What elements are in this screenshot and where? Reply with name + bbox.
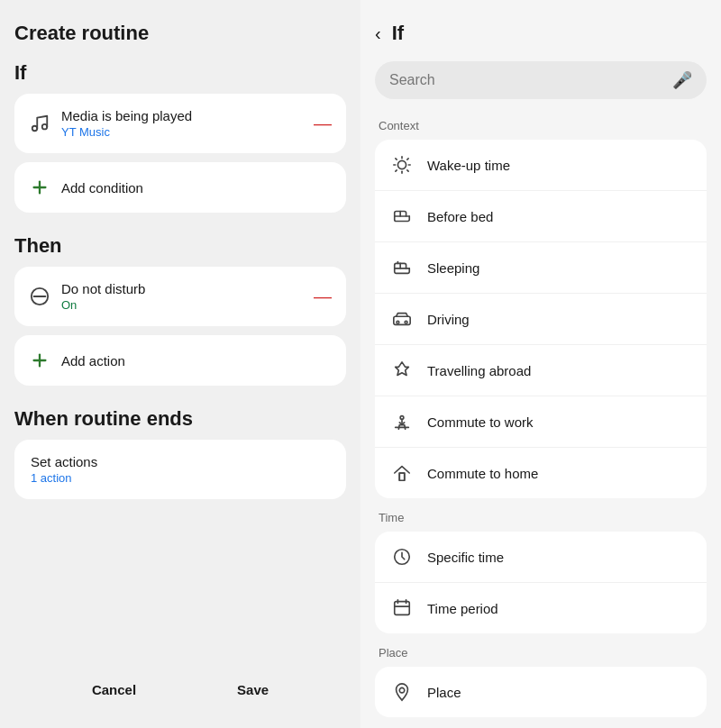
list-item[interactable]: Time period [375,583,707,633]
add-condition-icon [29,177,50,198]
list-item[interactable]: Place [375,667,707,717]
remove-action-button[interactable]: — [314,287,332,305]
commute-work-icon [389,409,415,434]
time-list: Specific time Time period [375,532,707,633]
set-actions-card[interactable]: Set actions 1 action [14,440,346,499]
right-header: ‹ If [360,0,721,54]
search-input[interactable] [389,72,665,88]
commute-home-icon [389,460,415,486]
when-section-title: When routine ends [14,407,346,431]
set-actions-title: Set actions [31,454,330,469]
add-action-label: Add action [61,353,125,369]
bottom-bar: Cancel Save [14,657,346,714]
specific-time-label: Specific time [427,550,504,565]
condition-card[interactable]: Media is being played YT Music — [14,94,346,153]
remove-condition-button[interactable]: — [314,114,332,132]
right-panel: ‹ If 🎤 Context [360,0,721,728]
sleeping-icon [389,255,415,280]
back-button[interactable]: ‹ [375,23,381,44]
search-bar[interactable]: 🎤 [375,61,707,99]
page-title: Create routine [14,22,346,45]
driving-icon [389,306,415,332]
add-action-icon [29,350,50,371]
set-actions-subtitle: 1 action [31,471,330,485]
commute-work-label: Commute to work [427,414,534,430]
condition-title: Media is being played [61,108,303,123]
list-item[interactable]: Commute to home [375,448,707,498]
sleeping-label: Sleeping [427,260,479,276]
place-label: Place [375,646,707,660]
wakeup-icon [389,152,415,177]
dnd-icon [29,286,50,307]
context-label: Context [375,119,707,132]
wakeup-label: Wake-up time [427,158,510,173]
time-period-icon [389,596,415,621]
travelling-label: Travelling abroad [427,363,531,378]
if-section-title: If [14,61,346,85]
add-action-button[interactable]: Add action [14,335,346,386]
travelling-icon [389,358,415,383]
place-list: Place [375,667,707,717]
svg-point-1 [42,124,48,130]
action-card[interactable]: Do not disturb On — [14,267,346,326]
driving-label: Driving [427,312,470,327]
place-icon [389,679,415,705]
mic-icon[interactable]: 🎤 [672,70,692,90]
list-item[interactable]: Sleeping [375,242,707,294]
svg-point-18 [397,321,399,323]
svg-line-14 [407,170,408,171]
before-bed-icon [389,204,415,229]
specific-time-icon [389,544,415,569]
add-condition-button[interactable]: Add condition [14,162,346,213]
svg-point-0 [32,126,38,132]
list-item[interactable]: Commute to work [375,396,707,448]
time-period-label: Time period [427,601,498,616]
svg-point-19 [405,321,407,323]
time-label: Time [375,511,707,524]
condition-content: Media is being played YT Music [61,108,303,139]
svg-point-27 [399,687,405,693]
right-title: If [392,22,404,45]
list-item[interactable]: Wake-up time [375,140,707,191]
svg-rect-21 [399,473,405,480]
list-item[interactable]: Specific time [375,532,707,583]
condition-subtitle: YT Music [61,125,303,139]
list-item[interactable]: Travelling abroad [375,345,707,396]
context-list: Wake-up time Before bed [375,140,707,498]
place-label-item: Place [427,685,461,700]
svg-line-15 [396,170,397,171]
cancel-button[interactable]: Cancel [78,675,151,705]
add-condition-label: Add condition [61,180,143,196]
svg-rect-17 [394,316,410,324]
save-button[interactable]: Save [223,675,283,705]
svg-line-13 [396,159,397,159]
left-panel: Create routine If Media is being played … [0,0,360,728]
action-content: Do not disturb On [61,281,303,312]
svg-point-8 [397,160,406,168]
action-subtitle: On [61,298,303,312]
then-section-title: Then [14,234,346,258]
list-item[interactable]: Driving [375,294,707,345]
before-bed-label: Before bed [427,209,493,224]
music-icon [29,113,50,134]
commute-home-label: Commute to home [427,466,538,481]
action-title: Do not disturb [61,281,303,296]
svg-line-16 [407,159,408,159]
list-item[interactable]: Before bed [375,191,707,242]
right-content: Context Wake-up time [360,110,721,728]
svg-rect-23 [395,602,410,615]
